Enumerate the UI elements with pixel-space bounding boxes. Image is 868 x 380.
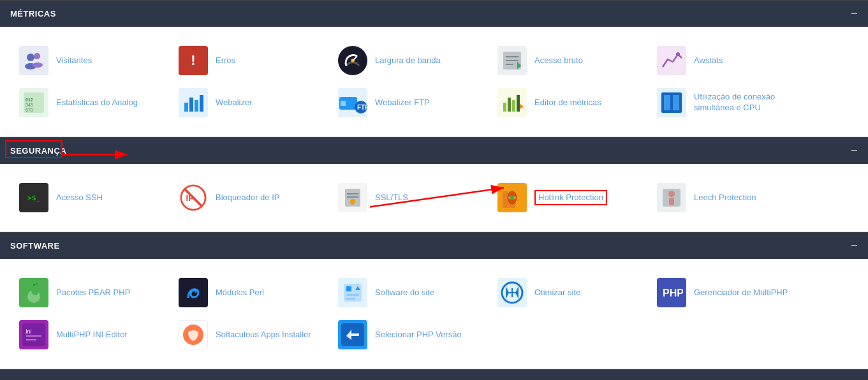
ssl-label: SSL/TLS bbox=[375, 193, 408, 203]
item-softaculous[interactable]: Softaculous Apps Installer bbox=[170, 314, 329, 356]
acesso-bruto-icon bbox=[497, 46, 527, 75]
cpu-icon bbox=[657, 88, 686, 117]
metricas-section: MÉTRICAS − Visitantes ! Erros Largura de… bbox=[0, 0, 868, 137]
svg-rect-17 bbox=[184, 103, 188, 112]
svg-rect-27 bbox=[512, 100, 515, 112]
item-multiphp[interactable]: PHP Gerenciador de MultiPHP bbox=[648, 272, 807, 314]
item-cpu[interactable]: Utilização de conexão simultânea e CPU bbox=[648, 82, 807, 124]
ssh-icon: >$_ bbox=[19, 183, 48, 212]
item-metrics-editor[interactable]: Editor de métricas bbox=[489, 82, 648, 124]
ip-blocker-icon: IP bbox=[179, 183, 208, 212]
seguranca-collapse[interactable]: − bbox=[851, 144, 858, 157]
metricas-body: Visitantes ! Erros Largura de banda Aces… bbox=[0, 27, 868, 137]
multiphp-icon: PHP bbox=[657, 278, 686, 307]
acesso-bruto-label: Acesso bruto bbox=[534, 55, 583, 66]
software-section: SOFTWARE − Pacotes PEAR PHP Módulos Perl bbox=[0, 232, 868, 369]
leech-icon bbox=[657, 183, 686, 212]
svg-marker-65 bbox=[515, 286, 519, 299]
analog-icon: 012345678 bbox=[19, 88, 48, 117]
item-erros[interactable]: ! Erros bbox=[170, 40, 329, 82]
perl-icon bbox=[179, 278, 208, 307]
svg-text:012: 012 bbox=[26, 98, 33, 102]
webalizer-label: Webalizer bbox=[216, 98, 253, 108]
softaculous-icon bbox=[179, 320, 208, 349]
softaculous-label: Softaculous Apps Installer bbox=[216, 330, 311, 340]
metrics-editor-icon bbox=[497, 88, 527, 117]
erros-icon: ! bbox=[179, 46, 208, 75]
item-visitantes[interactable]: Visitantes bbox=[10, 40, 170, 82]
visitantes-label: Visitantes bbox=[56, 55, 92, 66]
metrics-editor-label: Editor de métricas bbox=[534, 98, 601, 108]
software-collapse[interactable]: − bbox=[851, 239, 858, 252]
pear-icon bbox=[19, 278, 48, 307]
item-perl[interactable]: Módulos Perl bbox=[170, 272, 329, 314]
software-header: SOFTWARE − bbox=[0, 232, 868, 259]
item-webalizer-ftp[interactable]: FTP Webalizer FTP bbox=[329, 82, 489, 124]
item-leech[interactable]: Leech Protection bbox=[648, 177, 807, 219]
item-webalizer[interactable]: Webalizer bbox=[170, 82, 329, 124]
largura-banda-label: Largura de banda bbox=[375, 55, 441, 66]
avancado-section: AVANÇADO − bbox=[0, 369, 868, 380]
svg-text:345: 345 bbox=[26, 103, 33, 107]
pear-label: Pacotes PEAR PHP bbox=[56, 288, 130, 298]
svg-rect-26 bbox=[508, 98, 511, 112]
item-acesso-bruto[interactable]: Acesso bruto bbox=[489, 40, 648, 82]
avancado-collapse[interactable]: − bbox=[851, 376, 858, 380]
metricas-title: MÉTRICAS bbox=[10, 9, 56, 18]
svg-marker-64 bbox=[506, 286, 509, 299]
svg-point-46 bbox=[668, 191, 675, 197]
item-sitesoft[interactable]: Software do site bbox=[329, 272, 489, 314]
optimize-label: Otimizar site bbox=[534, 288, 580, 298]
webalizer-icon bbox=[179, 88, 208, 117]
largura-banda-icon bbox=[338, 46, 367, 75]
ssh-label: Acesso SSH bbox=[56, 193, 103, 203]
webalizer-ftp-icon: FTP bbox=[338, 88, 367, 117]
svg-rect-60 bbox=[346, 298, 355, 300]
awstats-icon bbox=[657, 46, 686, 75]
svg-rect-59 bbox=[346, 294, 359, 296]
item-ip-blocker[interactable]: IP Bloqueador de IP bbox=[170, 177, 329, 219]
item-pear[interactable]: Pacotes PEAR PHP bbox=[10, 272, 170, 314]
item-awstats[interactable]: Awstats bbox=[648, 40, 807, 82]
seguranca-body: >$_ Acesso SSH IP Bloqueador de IP bbox=[0, 164, 868, 232]
svg-rect-20 bbox=[200, 95, 203, 112]
awstats-label: Awstats bbox=[694, 55, 723, 66]
item-ini[interactable]: .ini MultiPHP INI Editor bbox=[10, 314, 170, 356]
svg-text:FTP: FTP bbox=[357, 104, 367, 111]
svg-point-3 bbox=[33, 62, 43, 68]
seguranca-header: SEGURANÇA − bbox=[0, 137, 868, 164]
svg-point-0 bbox=[27, 54, 34, 61]
item-analog[interactable]: 012345678 Estatísticas do Analog bbox=[10, 82, 170, 124]
svg-point-56 bbox=[183, 282, 203, 303]
multiphp-label: Gerenciador de MultiPHP bbox=[694, 288, 788, 298]
ip-blocker-label: Bloqueador de IP bbox=[216, 193, 279, 203]
leech-label: Leech Protection bbox=[694, 193, 756, 203]
seguranca-title: SEGURANÇA bbox=[10, 146, 66, 156]
item-ssh[interactable]: >$_ Acesso SSH bbox=[10, 177, 170, 219]
erros-label: Erros bbox=[216, 55, 235, 66]
svg-rect-24 bbox=[341, 101, 346, 106]
item-hotlink[interactable]: Hotlink Protection bbox=[489, 177, 648, 219]
svg-rect-19 bbox=[195, 100, 198, 112]
svg-rect-28 bbox=[517, 95, 520, 112]
svg-rect-25 bbox=[503, 103, 506, 112]
item-largura-banda[interactable]: Largura de banda bbox=[329, 40, 489, 82]
metricas-header: MÉTRICAS − bbox=[0, 0, 868, 27]
item-ssl[interactable]: SSL/TLS bbox=[329, 177, 489, 219]
svg-rect-47 bbox=[669, 198, 674, 205]
svg-point-1 bbox=[34, 53, 40, 59]
optimize-icon bbox=[497, 278, 527, 307]
metricas-collapse[interactable]: − bbox=[851, 7, 858, 20]
svg-text:.ini: .ini bbox=[24, 328, 32, 335]
svg-rect-58 bbox=[346, 286, 351, 291]
svg-rect-18 bbox=[189, 98, 193, 112]
hotlink-label: Hotlink Protection bbox=[534, 190, 607, 206]
phpver-label: Selecionar PHP Versão bbox=[375, 330, 462, 340]
phpver-icon bbox=[338, 320, 367, 349]
item-phpver[interactable]: Selecionar PHP Versão bbox=[329, 314, 489, 356]
item-optimize[interactable]: Otimizar site bbox=[489, 272, 648, 314]
hotlink-icon bbox=[497, 183, 527, 212]
svg-text:678: 678 bbox=[26, 108, 33, 112]
svg-rect-68 bbox=[22, 323, 45, 346]
cpu-label: Utilização de conexão simultânea e CPU bbox=[694, 92, 798, 113]
